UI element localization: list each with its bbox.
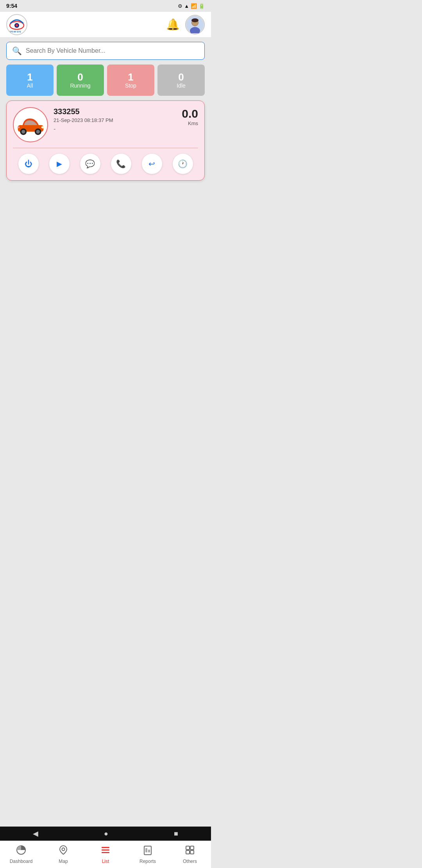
whatsapp-button[interactable]: 💬 [80,154,100,174]
vehicle-card: 333255 21-Sep-2023 08:18:37 PM - 0.0 Kms… [6,100,205,181]
stat-running-label: Running [70,82,90,89]
status-bar: 9:54 ⚙ ▲ 📶 🔋 [0,0,211,12]
stat-card-all[interactable]: 1 All [6,65,54,96]
logo-container: GPS MY EYE [6,14,27,35]
stat-idle-number: 0 [178,72,184,83]
replay-icon: ↩ [148,159,155,169]
stat-card-stop[interactable]: 1 Stop [107,65,154,96]
speed-unit: Kms [182,120,198,126]
logo-svg: GPS MY EYE [7,15,26,34]
power-button[interactable]: ⏻ [18,154,39,174]
svg-text:GPS MY EYE: GPS MY EYE [9,30,21,33]
svg-point-11 [21,130,25,133]
power-icon: ⏻ [25,160,32,169]
status-icons: ⚙ ▲ 📶 🔋 [178,3,205,9]
topbar: GPS MY EYE 🔔 [0,12,211,37]
svg-point-15 [17,126,20,128]
replay-button[interactable]: ↩ [142,154,162,174]
search-box: 🔍 [6,42,205,60]
notification-button[interactable]: 🔔 [166,18,180,31]
search-container: 🔍 [0,37,211,65]
speed-value: 0.0 [182,107,198,120]
call-button[interactable]: 📞 [111,154,131,174]
stat-idle-label: Idle [177,82,186,89]
vehicle-actions: ⏻ ▶ 💬 📞 ↩ 🕐 [13,154,198,174]
vehicle-info: 333255 21-Sep-2023 08:18:37 PM - [54,107,176,133]
status-time: 9:54 [6,3,17,9]
whatsapp-icon: 💬 [85,159,95,169]
settings-icon: ⚙ [178,3,182,9]
battery-icon: 🔋 [198,3,205,9]
stat-running-number: 0 [77,72,83,83]
topbar-right: 🔔 [166,15,205,34]
vehicle-card-top: 333255 21-Sep-2023 08:18:37 PM - 0.0 Kms [13,107,198,142]
wifi-icon: ▲ [184,3,189,9]
search-input[interactable] [26,47,199,54]
avatar[interactable] [185,15,205,34]
stat-all-label: All [27,82,33,89]
play-button[interactable]: ▶ [49,154,70,174]
svg-point-13 [36,130,39,133]
avatar-svg [186,16,204,33]
stat-card-running[interactable]: 0 Running [57,65,104,96]
vehicle-datetime: 21-Sep-2023 08:18:37 PM [54,117,176,123]
play-icon: ▶ [57,160,62,168]
history-icon: 🕐 [178,159,188,169]
stat-card-idle[interactable]: 0 Idle [157,65,205,96]
svg-point-14 [41,126,44,128]
vehicle-avatar [13,107,48,142]
vehicle-number: 333255 [54,107,176,116]
stat-all-number: 1 [27,72,32,83]
stat-stop-label: Stop [125,82,136,89]
svg-point-8 [191,18,198,22]
vehicle-divider [13,148,198,148]
stat-stop-number: 1 [128,72,133,83]
signal-icon: 📶 [191,3,197,9]
vehicle-speed-container: 0.0 Kms [182,107,198,126]
history-button[interactable]: 🕐 [173,154,193,174]
stats-row: 1 All 0 Running 1 Stop 0 Idle [0,65,211,96]
logo: GPS MY EYE [6,14,27,35]
vehicle-location: - [54,126,176,133]
svg-point-2 [16,24,18,27]
vehicle-car-svg [16,114,45,136]
bell-icon: 🔔 [166,18,180,30]
search-icon: 🔍 [12,46,22,56]
call-icon: 📞 [116,159,126,169]
